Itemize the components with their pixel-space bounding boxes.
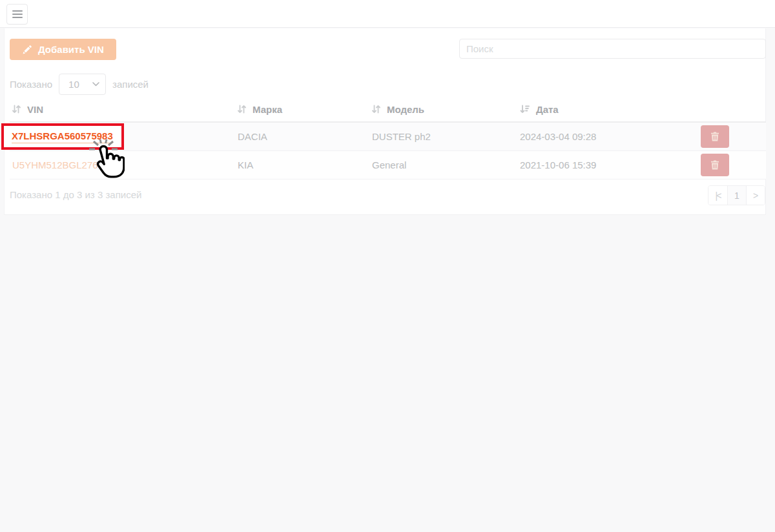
add-vin-button[interactable]: Добавить VIN xyxy=(10,39,116,60)
date-cell: 2021-10-06 15:39 xyxy=(517,159,694,170)
sort-amount-desc-icon xyxy=(520,105,530,114)
pencil-icon xyxy=(22,45,32,55)
page-length-control: Показано 10 записей xyxy=(10,74,149,95)
column-label: Дата xyxy=(536,104,559,115)
model-cell: General xyxy=(369,159,517,170)
add-vin-label: Добавить VIN xyxy=(38,44,104,55)
hamburger-icon xyxy=(12,17,23,18)
length-suffix-label: записей xyxy=(112,79,149,90)
brand-cell: KIA xyxy=(235,159,369,170)
delete-button[interactable] xyxy=(701,154,729,176)
content-card: Добавить VIN Показано 10 записей VIN xyxy=(4,28,766,215)
hamburger-icon xyxy=(12,10,23,12)
column-header-model[interactable]: Модель xyxy=(369,97,517,121)
hamburger-menu-button[interactable] xyxy=(6,4,28,25)
column-header-actions xyxy=(694,97,766,121)
table-info-text: Показано 1 до 3 из 3 записей xyxy=(10,189,141,200)
model-cell: DUSTER ph2 xyxy=(369,131,517,142)
delete-button[interactable] xyxy=(701,125,729,148)
page-length-select[interactable]: 10 xyxy=(59,74,106,95)
vin-link[interactable]: U5YHM512BGL276 xyxy=(12,159,98,170)
trash-icon xyxy=(710,132,719,141)
sort-arrows-icon xyxy=(238,105,246,114)
brand-cell: DACIA xyxy=(235,131,369,142)
length-selected-value: 10 xyxy=(68,79,79,90)
search-input[interactable] xyxy=(459,39,766,59)
pagination: |< 1 > xyxy=(708,185,765,205)
first-page-button[interactable]: |< xyxy=(708,186,727,205)
length-prefix-label: Показано xyxy=(10,79,52,90)
actions-cell xyxy=(694,154,766,176)
column-label: VIN xyxy=(27,104,43,115)
sort-arrows-icon xyxy=(12,105,21,114)
trash-icon xyxy=(710,160,719,170)
column-header-date[interactable]: Дата xyxy=(517,97,694,121)
hamburger-icon xyxy=(12,14,23,15)
column-header-vin[interactable]: VIN xyxy=(10,97,235,121)
current-page-button[interactable]: 1 xyxy=(727,186,746,205)
sort-arrows-icon xyxy=(372,105,380,114)
chevron-down-icon xyxy=(92,82,99,87)
date-cell: 2024-03-04 09:28 xyxy=(517,131,694,142)
column-label: Модель xyxy=(387,104,424,115)
actions-cell xyxy=(694,125,766,148)
next-page-button[interactable]: > xyxy=(746,186,765,205)
top-bar xyxy=(0,0,775,28)
table-header-row: VIN Марка Модель xyxy=(10,97,766,123)
hand-pointer-cursor xyxy=(91,145,125,183)
column-header-brand[interactable]: Марка xyxy=(235,97,369,121)
column-label: Марка xyxy=(253,104,282,115)
